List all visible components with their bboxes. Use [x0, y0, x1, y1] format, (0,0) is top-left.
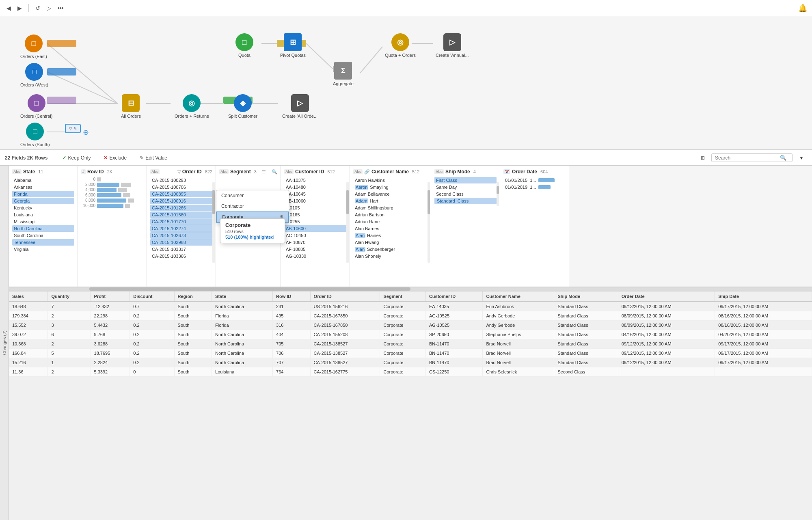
list-item[interactable]: Alabama: [12, 177, 74, 183]
list-item[interactable]: AA-10645: [284, 191, 346, 197]
list-item[interactable]: CA-2015-103366: [150, 253, 212, 259]
back-button[interactable]: ◀: [5, 4, 13, 12]
list-item[interactable]: Aaron Smayling: [353, 184, 428, 190]
dropdown-arrow[interactable]: ▼: [796, 153, 807, 162]
exclude-button[interactable]: ✕ Exclude: [100, 153, 130, 162]
play-button[interactable]: ▷: [45, 4, 53, 12]
list-item[interactable]: CA-2015-100916: [150, 198, 212, 204]
list-item[interactable]: AF-10885: [284, 246, 346, 252]
list-item[interactable]: Virginia: [12, 246, 74, 252]
node-aggregate[interactable]: Σ Aggregate: [333, 62, 354, 86]
list-item[interactable]: Adam Bellavance: [353, 191, 428, 197]
list-item[interactable]: CA-2015-101560: [150, 211, 212, 218]
th-segment[interactable]: Segment: [380, 291, 425, 302]
list-item[interactable]: 01/01/2015, 1...: [503, 177, 566, 183]
list-item[interactable]: Alan Shonely: [353, 253, 428, 259]
node-quota-orders[interactable]: ◎ Quota + Orders: [385, 33, 416, 58]
horizontal-scrollbar[interactable]: [9, 287, 812, 291]
list-item[interactable]: First Class: [434, 177, 497, 183]
view-toggle-button[interactable]: ⊞: [698, 153, 708, 162]
list-item[interactable]: CA-2015-102673: [150, 232, 212, 239]
list-item[interactable]: CA-2015-102988: [150, 239, 212, 246]
list-item[interactable]: Standard Class: [434, 198, 497, 204]
node-orders-west[interactable]: □ Orders (West): [20, 63, 48, 87]
node-pivot-quotas[interactable]: ⊞ Pivot Quotas: [280, 33, 306, 58]
list-item[interactable]: CA-2015-100706: [150, 184, 212, 190]
node-create-annual[interactable]: ▷ Create 'Annual...: [436, 33, 469, 58]
more-button[interactable]: •••: [56, 4, 65, 12]
list-item[interactable]: CA-2015-102274: [150, 225, 212, 232]
filter-node[interactable]: ▽ ✎: [65, 124, 81, 133]
list-item[interactable]: Kentucky: [12, 205, 74, 211]
node-orders-south[interactable]: □ Orders (South): [20, 123, 50, 147]
refresh-button[interactable]: ↺: [34, 4, 42, 12]
list-item[interactable]: Georgia: [12, 198, 74, 204]
node-orders-central[interactable]: □ Orders (Central): [20, 94, 52, 119]
changes-panel[interactable]: Changes (2): [0, 166, 9, 520]
th-discount[interactable]: Discount: [130, 291, 174, 302]
list-item[interactable]: Aaron Hawkins: [353, 177, 428, 183]
list-item[interactable]: AG-10330: [284, 253, 346, 259]
list-item[interactable]: -10105: [284, 205, 346, 211]
list-item[interactable]: CA-2015-100293: [150, 177, 212, 183]
node-orders-returns[interactable]: ◎ Orders + Returns: [175, 94, 209, 119]
list-item[interactable]: Adrian Hane: [353, 218, 428, 225]
list-item[interactable]: Alan Barnes: [353, 225, 428, 232]
keep-only-button[interactable]: ✓ Keep Only: [59, 153, 94, 162]
scroll-thumb[interactable]: [89, 287, 410, 291]
list-item[interactable]: AB-10060: [284, 198, 346, 204]
node-split-customer[interactable]: ◈ Split Customer: [228, 94, 257, 119]
list-item[interactable]: Alan Haines: [353, 232, 428, 239]
node-create-all-orde[interactable]: ▷ Create 'All Orde...: [282, 94, 317, 119]
th-ship-date[interactable]: Ship Date: [715, 291, 812, 302]
list-item[interactable]: South Carolina: [12, 232, 74, 239]
search-input[interactable]: [715, 155, 780, 161]
th-sales[interactable]: Sales: [9, 291, 48, 302]
list-item[interactable]: Adam Hart: [353, 198, 428, 204]
list-item[interactable]: CA-2015-103317: [150, 246, 212, 252]
th-ship-mode[interactable]: Ship Mode: [554, 291, 618, 302]
list-item[interactable]: Florida: [12, 191, 74, 197]
list-item[interactable]: AA-10480: [284, 184, 346, 190]
list-item[interactable]: North Carolina: [12, 225, 74, 232]
list-item[interactable]: 01/01/2019, 1...: [503, 184, 566, 190]
th-order-id[interactable]: Order ID: [310, 291, 380, 302]
search-box[interactable]: 🔍: [711, 153, 793, 162]
segment-item-contractor[interactable]: Contractor: [216, 201, 289, 211]
list-item[interactable]: Mississippi: [12, 218, 74, 225]
list-item[interactable]: Alan Hwang: [353, 239, 428, 246]
list-item[interactable]: Louisiana: [12, 211, 74, 218]
node-all-orders[interactable]: ⊟ All Orders: [121, 94, 141, 119]
list-item[interactable]: -10255: [284, 218, 346, 225]
th-customer-name[interactable]: Customer Name: [483, 291, 554, 302]
th-row-id[interactable]: Row ID: [273, 291, 311, 302]
th-region[interactable]: Region: [174, 291, 212, 302]
forward-button[interactable]: ▶: [16, 4, 24, 12]
list-item[interactable]: Tennessee: [12, 239, 74, 246]
th-order-date[interactable]: Order Date: [618, 291, 715, 302]
list-item[interactable]: Adrian Bartson: [353, 211, 428, 218]
list-item[interactable]: Adam Shillingsburg: [353, 205, 428, 211]
list-item[interactable]: -10165: [284, 211, 346, 218]
order-id-filter-icon[interactable]: ▽: [177, 169, 181, 175]
edit-value-button[interactable]: ✎ Edit Value: [136, 153, 171, 162]
list-item[interactable]: AA-10375: [284, 177, 346, 183]
list-item[interactable]: AC-10450: [284, 232, 346, 239]
list-item[interactable]: Second Class: [434, 191, 497, 197]
list-item[interactable]: Arkansas: [12, 184, 74, 190]
th-quantity[interactable]: Quantity: [48, 291, 91, 302]
segment-filter-icon[interactable]: ☰: [262, 169, 266, 175]
node-orders-east[interactable]: □ Orders (East): [20, 35, 47, 59]
node-quota[interactable]: □ Quota: [235, 33, 253, 58]
list-item[interactable]: AB-10600: [284, 225, 346, 232]
segment-search-icon[interactable]: 🔍: [272, 169, 277, 175]
list-item[interactable]: CA-2015-101770: [150, 218, 212, 225]
list-item[interactable]: Same Day: [434, 184, 497, 190]
list-item[interactable]: CA-2015-101266: [150, 205, 212, 211]
th-customer-id[interactable]: Customer ID: [425, 291, 483, 302]
list-item[interactable]: CA-2015-100895: [150, 191, 212, 197]
list-item[interactable]: AF-10870: [284, 239, 346, 246]
th-profit[interactable]: Profit: [91, 291, 130, 302]
segment-item-consumer[interactable]: Consumer: [216, 190, 289, 201]
add-node-button[interactable]: ⊕: [83, 128, 89, 137]
